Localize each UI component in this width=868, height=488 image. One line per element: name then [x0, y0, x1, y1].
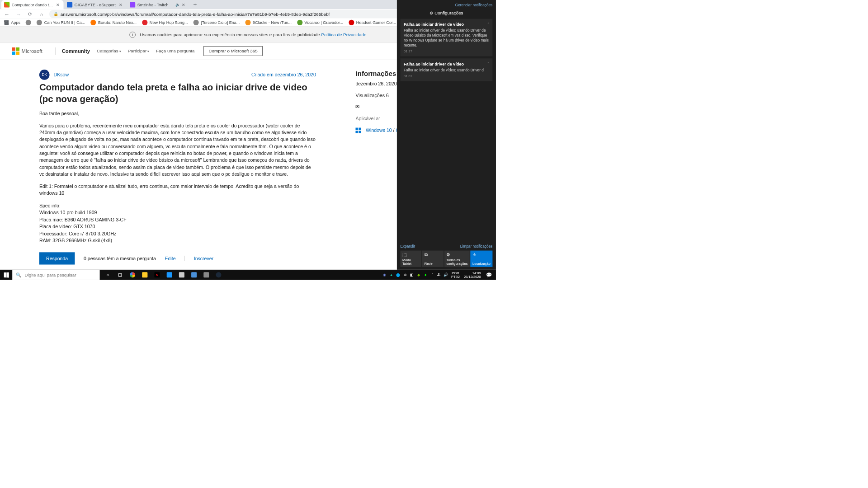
author-link[interactable]: DKsow [54, 72, 69, 77]
clear-notifications-link[interactable]: Limpar notificações [460, 244, 493, 249]
bookmark-item[interactable] [24, 19, 33, 26]
taskbar-app[interactable] [200, 270, 212, 280]
bookmark-item[interactable]: Boruto: Naruto Nex... [89, 19, 138, 26]
chevron-down-icon[interactable]: ˅ [487, 62, 489, 66]
tab-inactive[interactable]: Smzinho - Twitch 🔈 ✕ [127, 0, 189, 9]
notif-body: Falha ao iniciar driver de vídeo; usando… [404, 28, 489, 47]
qa-tablet-mode[interactable]: ⬚Modo Tablet [400, 251, 421, 267]
gear-icon: ⚙ [446, 252, 467, 257]
new-tab-button[interactable]: + [190, 1, 200, 8]
bookmark-item[interactable]: New Hip Hop Song... [141, 19, 189, 26]
notification-item[interactable]: Falha ao iniciar driver de vídeo Falha a… [400, 58, 492, 81]
qa-network[interactable]: ⧉Rede [422, 251, 443, 267]
taskbar-app-chrome[interactable] [127, 270, 139, 280]
home-button[interactable]: ⌂ [38, 11, 46, 17]
tab-active[interactable]: Computador dando tela preta e ... ✕ [1, 0, 64, 9]
back-button[interactable]: ← [3, 11, 11, 17]
taskbar-app[interactable] [188, 270, 200, 280]
quick-actions: ⬚Modo Tablet ⧉Rede ⚙Todas as configuraçõ… [400, 251, 492, 267]
ms-logo[interactable]: Microsoft [12, 47, 42, 55]
reload-button[interactable]: ⟳ [26, 11, 34, 17]
location-icon: ⚠ [472, 252, 491, 257]
apps-button[interactable]: Apps [3, 19, 22, 26]
bookmark-icon [37, 20, 42, 25]
notification-item[interactable]: Falha ao iniciar driver de vídeo Falha a… [400, 19, 492, 56]
spec-line: RAM: 32GB 2666MHz G.skil (4x8) [39, 237, 316, 244]
same-question-count: 0 pessoas têm a mesma pergunta [84, 256, 156, 261]
favicon [130, 2, 135, 7]
question-title: Computador dando tela preta e falha ao i… [39, 82, 316, 105]
action-center-icon[interactable]: 💬 [484, 270, 494, 280]
bookmark-icon [142, 20, 147, 25]
tray-icon[interactable]: ◉ [382, 270, 388, 280]
favicon [67, 2, 72, 7]
bookmark-item[interactable]: Can You RUN It | Ca... [35, 19, 86, 26]
tablet-icon: ⬚ [402, 252, 420, 257]
search-input[interactable]: 🔍 Digite aqui para pesquisar [12, 270, 99, 280]
post-edit: Edit 1: Formatei o computador e atualize… [39, 183, 316, 197]
tray-icon[interactable]: ▲ [388, 270, 395, 280]
close-icon[interactable]: ✕ [118, 2, 124, 7]
volume-icon[interactable]: 🔊 [443, 270, 449, 280]
bookmark-item[interactable]: Headset Gamer Cor... [347, 19, 397, 26]
tray-icon[interactable]: ◆ [415, 270, 422, 280]
system-tray: ◉ ▲ ⬤ ⊕ ◧ ◆ ● ˄ 🖧 🔊 PORPTB2 14:0926/12/2… [382, 270, 496, 280]
bookmark-icon [193, 20, 199, 25]
clock[interactable]: 14:0926/12/2020 [462, 271, 483, 279]
taskbar: 🔍 Digite aqui para pesquisar ○ ⊞ N ◉ ▲ ⬤… [0, 270, 496, 280]
bookmark-item[interactable]: [Terceiro Ciclo] Ena... [192, 19, 241, 26]
buy-m365-button[interactable]: Comprar o Microsoft 365 [203, 46, 263, 56]
chevron-up-icon[interactable]: ˄ [487, 22, 489, 26]
taskbar-app-steam[interactable] [212, 270, 225, 280]
subscribe-link[interactable]: Inscrever [194, 256, 214, 261]
manage-notifications-link[interactable]: Gerenciar notificações [400, 3, 492, 7]
close-icon[interactable]: ✕ [180, 2, 187, 7]
search-icon: 🔍 [16, 272, 21, 277]
start-button[interactable] [0, 270, 12, 280]
tray-icon[interactable]: ⬤ [395, 270, 401, 280]
community-link[interactable]: Community [62, 48, 90, 54]
ask-question-link[interactable]: Faça uma pergunta [156, 48, 194, 53]
spec-info: Spec info: Windows 10 pro build 1909 Pla… [39, 202, 316, 244]
categories-dropdown[interactable]: Categorias▾ [97, 48, 121, 53]
spec-line: Windows 10 pro build 1909 [39, 209, 316, 216]
avatar: DK [39, 70, 50, 80]
respond-button[interactable]: Responda [39, 252, 75, 264]
windows-link[interactable]: Windows 10 [366, 127, 392, 133]
notif-time: 01:27 [404, 49, 489, 53]
settings-header[interactable]: Configurações [400, 10, 492, 15]
tray-icon[interactable]: ◧ [409, 270, 415, 280]
privacy-link[interactable]: Política de Privacidade [321, 32, 366, 37]
network-icon[interactable]: 🖧 [436, 270, 443, 280]
taskbar-app[interactable] [175, 270, 188, 280]
action-center: Gerenciar notificações Configurações Fal… [397, 0, 496, 270]
edit-link[interactable]: Edite [165, 256, 176, 261]
spec-line: Placa de video: GTX 1070 [39, 223, 316, 230]
taskbar-app-explorer[interactable] [139, 270, 151, 280]
taskbar-app-netflix[interactable]: N [151, 270, 163, 280]
close-icon[interactable]: ✕ [55, 2, 61, 7]
tray-icon[interactable]: ⊕ [402, 270, 408, 280]
qa-location[interactable]: ⚠Localização [470, 251, 492, 267]
bookmark-item[interactable]: 9Clacks - New iTun... [244, 19, 292, 26]
post-greeting: Boa tarde pessoal, [39, 110, 316, 117]
task-view-button[interactable]: ⊞ [114, 270, 126, 280]
tray-expand-icon[interactable]: ˄ [429, 270, 436, 280]
lock-icon: 🔒 [53, 12, 58, 17]
tray-icon[interactable]: ● [422, 270, 429, 280]
tab-inactive[interactable]: GIGABYTE - eSupport ✕ [64, 0, 127, 9]
bookmark-item[interactable]: Vocaroo | Gravador... [296, 19, 344, 26]
taskbar-app-prime[interactable] [163, 270, 175, 280]
qa-all-settings[interactable]: ⚙Todas as configurações [444, 251, 470, 267]
expand-link[interactable]: Expandir [400, 244, 415, 249]
url-text: answers.microsoft.com/pt-br/windows/foru… [61, 11, 330, 16]
language-indicator[interactable]: PORPTB2 [450, 271, 461, 279]
notif-time: 01:01 [404, 74, 489, 78]
mute-icon[interactable]: 🔈 [175, 2, 180, 7]
windows-icon [4, 272, 9, 277]
participate-dropdown[interactable]: Participar▾ [128, 48, 150, 53]
bookmark-icon [245, 20, 250, 25]
bookmark-icon [26, 20, 31, 25]
windows-icon [355, 128, 361, 133]
cortana-button[interactable]: ○ [102, 270, 114, 280]
